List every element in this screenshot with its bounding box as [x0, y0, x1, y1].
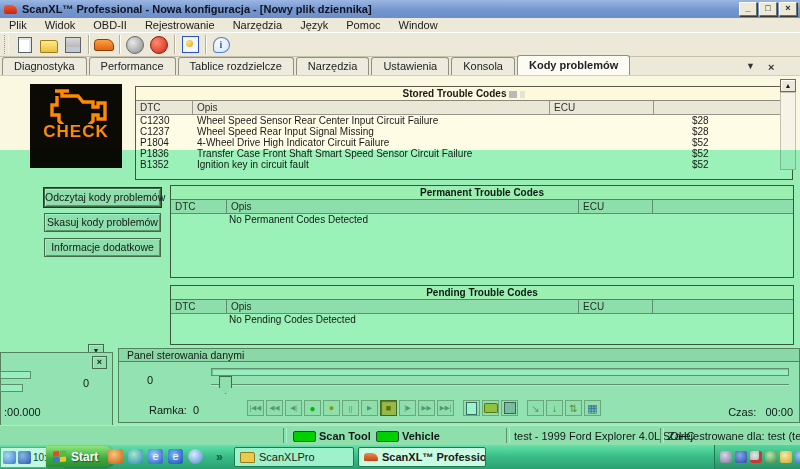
- tray-volume-icon[interactable]: [780, 451, 792, 463]
- taskbar-item-scanxlpro[interactable]: ScanXLPro: [234, 447, 354, 467]
- statusbar-separator: [506, 428, 510, 443]
- menu-jezyk[interactable]: Język: [291, 19, 337, 31]
- position-slider-track[interactable]: [211, 368, 789, 376]
- desktop-icon[interactable]: [128, 449, 143, 464]
- menu-rejestrowanie[interactable]: Rejestrowanie: [136, 19, 224, 31]
- tab-ustawienia[interactable]: Ustawienia: [371, 57, 449, 75]
- ie-icon[interactable]: e: [168, 449, 183, 464]
- column-header-ecu[interactable]: ECU: [550, 101, 654, 114]
- column-header-opis[interactable]: Opis: [227, 200, 579, 213]
- system-tray: [714, 445, 800, 469]
- column-header-opis[interactable]: Opis: [227, 300, 579, 313]
- table-row[interactable]: P1804 4-Wheel Drive High Indicator Circu…: [136, 137, 792, 148]
- menu-narzedzia[interactable]: Narzędzia: [224, 19, 292, 31]
- scrollbar-up-icon[interactable]: ▲: [780, 79, 796, 92]
- stop-button[interactable]: ■: [380, 400, 397, 416]
- tab-tablice-rozdzielcze[interactable]: Tablice rozdzielcze: [178, 57, 294, 75]
- new-file-button[interactable]: [13, 34, 37, 55]
- tray-battery-icon[interactable]: [735, 451, 747, 463]
- menu-widok[interactable]: Widok: [36, 19, 85, 31]
- position-slider-rail[interactable]: [211, 384, 789, 386]
- vehicle-label: Vehicle: [402, 430, 440, 442]
- start-button[interactable]: Start: [46, 446, 114, 467]
- open-log-button[interactable]: [482, 400, 499, 416]
- position-slider-thumb[interactable]: [219, 376, 232, 394]
- disconnect-button[interactable]: [147, 34, 171, 55]
- fragment-close-icon[interactable]: ×: [92, 356, 107, 369]
- restore-button[interactable]: □: [759, 2, 777, 16]
- tab-close-icon[interactable]: ×: [768, 61, 774, 73]
- menu-obd-ii[interactable]: OBD-II: [84, 19, 136, 31]
- toolbar-grip[interactable]: [4, 35, 9, 54]
- skip-to-end-button[interactable]: ▶▶|: [437, 400, 454, 416]
- column-header-ecu[interactable]: ECU: [579, 200, 653, 213]
- fragment-slider-bar: [0, 371, 31, 379]
- table-row[interactable]: C1230 Wheel Speed Sensor Rear Center Inp…: [136, 115, 792, 126]
- tray-fragment-icon: [18, 451, 31, 464]
- column-header-dtc[interactable]: DTC: [136, 101, 193, 114]
- table-row[interactable]: B1352 Ignition key in circuit fault $52: [136, 159, 792, 170]
- column-header-ecu[interactable]: ECU: [579, 300, 653, 313]
- tray-shield-icon[interactable]: [765, 451, 777, 463]
- tray-device-icon[interactable]: [720, 451, 732, 463]
- additional-info-button[interactable]: Informacje dodatkowe: [44, 238, 161, 257]
- vehicle-led: [376, 431, 399, 442]
- fast-forward-button[interactable]: ▶▶: [418, 400, 435, 416]
- column-header-blank[interactable]: [653, 300, 793, 313]
- connect-button[interactable]: [123, 34, 147, 55]
- tab-kody-problemow[interactable]: Kody problemów: [517, 55, 630, 75]
- pause-button[interactable]: ||: [342, 400, 359, 416]
- tab-narzedzia[interactable]: Narzędzia: [296, 57, 370, 75]
- browser-icon[interactable]: [108, 449, 123, 464]
- play-button[interactable]: ▶: [361, 400, 378, 416]
- menu-window[interactable]: Window: [390, 19, 447, 31]
- ie-icon[interactable]: e: [148, 449, 163, 464]
- dashboards-button[interactable]: [178, 34, 202, 55]
- download-button[interactable]: ↓: [546, 400, 563, 416]
- table-row[interactable]: P1836 Transfer Case Front Shaft Smart Sp…: [136, 148, 792, 159]
- step-back-button[interactable]: ◀|: [285, 400, 302, 416]
- tray-app-icon[interactable]: [795, 451, 800, 463]
- read-codes-button[interactable]: Odczytaj kody problemów: [44, 188, 161, 207]
- column-header-blank[interactable]: [653, 200, 793, 213]
- tray-network-icon[interactable]: [750, 451, 762, 463]
- menu-pomoc[interactable]: Pomoc: [337, 19, 389, 31]
- export-button[interactable]: ↘: [527, 400, 544, 416]
- marker-button[interactable]: ●: [323, 400, 340, 416]
- save-log-button[interactable]: [501, 400, 518, 416]
- new-log-button[interactable]: [463, 400, 480, 416]
- engine-icon: [39, 84, 113, 124]
- sync-button[interactable]: ⇅: [565, 400, 582, 416]
- scrollbar-track[interactable]: [780, 92, 796, 170]
- menu-plik[interactable]: Plik: [0, 19, 36, 31]
- column-header-dtc[interactable]: DTC: [171, 200, 227, 213]
- column-header-blank[interactable]: [654, 101, 792, 114]
- skip-to-start-button[interactable]: |◀◀: [247, 400, 264, 416]
- tab-performance[interactable]: Performance: [89, 57, 176, 75]
- save-file-button[interactable]: [61, 34, 85, 55]
- clear-codes-button[interactable]: Skasuj kody problemów: [44, 213, 161, 232]
- stored-codes-title: Stored Trouble Codes: [136, 87, 792, 101]
- table-row[interactable]: C1237 Wheel Speed Rear Input Signal Miss…: [136, 126, 792, 137]
- disconnect-plug-icon: [150, 36, 168, 54]
- taskbar-item-scanxl-professional[interactable]: ScanXL™ Professional...: [358, 447, 486, 467]
- tab-list-dropdown-icon[interactable]: ▼: [746, 61, 755, 71]
- minimize-button[interactable]: _: [739, 2, 757, 16]
- grid-view-button[interactable]: ▦: [584, 400, 601, 416]
- info-button[interactable]: i: [209, 34, 233, 55]
- open-folder-icon: [40, 40, 58, 53]
- open-file-button[interactable]: [37, 34, 61, 55]
- column-header-opis[interactable]: Opis: [193, 101, 550, 114]
- column-header-dtc[interactable]: DTC: [171, 300, 227, 313]
- media-player-icon[interactable]: [188, 449, 203, 464]
- fast-rewind-button[interactable]: ◀◀: [266, 400, 283, 416]
- glitch-block: [520, 91, 525, 98]
- record-button[interactable]: ●: [304, 400, 321, 416]
- step-forward-button[interactable]: |▶: [399, 400, 416, 416]
- tab-diagnostyka[interactable]: Diagnostyka: [2, 57, 87, 75]
- close-button[interactable]: ×: [779, 2, 797, 16]
- pending-empty-message: No Pending Codes Detected: [171, 314, 793, 326]
- quicklaunch-overflow-icon[interactable]: »: [216, 450, 223, 464]
- vehicle-button[interactable]: [92, 34, 116, 55]
- tab-konsola[interactable]: Konsola: [451, 57, 515, 75]
